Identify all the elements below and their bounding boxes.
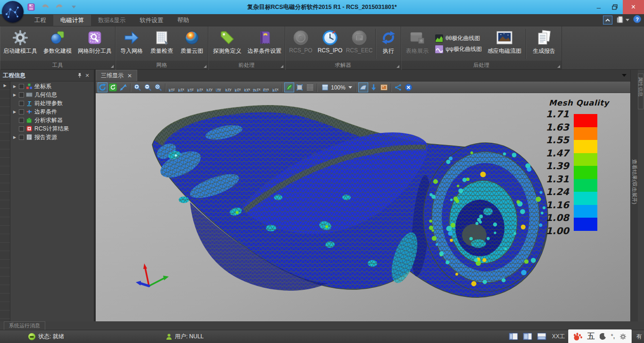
layout-bottom-icon[interactable] (536, 332, 547, 341)
refresh-view-button[interactable] (108, 82, 118, 92)
view-orientation-button-6[interactable]: xzy (224, 82, 233, 92)
pin-icon[interactable] (76, 72, 83, 79)
tree-item-report-res[interactable]: ▶报告资源 (10, 133, 94, 141)
zoom-level-select[interactable]: 100% (319, 83, 354, 91)
view-orientation-button-11[interactable]: yzx (271, 82, 280, 92)
shaded-view-button[interactable] (284, 82, 294, 92)
menu-tab-1[interactable]: 电磁计算 (53, 15, 91, 26)
dialog-launcher-icon[interactable] (557, 65, 560, 68)
tree-checkbox[interactable] (19, 109, 24, 114)
layout-left-icon[interactable] (508, 332, 519, 341)
clip-plane-button[interactable] (358, 82, 368, 92)
tree-checkbox[interactable] (19, 92, 24, 98)
view-orientation-button-5[interactable]: xy (215, 82, 223, 92)
ime-moon-icon[interactable] (600, 333, 606, 340)
boundary-condition-settings[interactable]: 边界条件设置 (245, 28, 284, 60)
viewport-3d[interactable]: Mesh Quality 1.711.631.551.471.391.311.2… (96, 94, 630, 321)
panel-close-icon[interactable]: ✕ (83, 72, 91, 79)
tree-checkbox[interactable] (19, 84, 24, 89)
ime-logo-icon[interactable] (573, 332, 583, 341)
zoom-fit-button[interactable] (153, 82, 163, 92)
probe-angle-define[interactable]: 探测角定义 (209, 28, 245, 60)
import-mesh[interactable]: 导入网格 (116, 28, 147, 60)
zoom-in-button[interactable] (132, 82, 142, 92)
expand-arrow-icon[interactable]: ▶ (12, 135, 17, 139)
view-orientation-button-9[interactable]: yvzx (252, 82, 261, 92)
ribbon-right-controls: ? (603, 15, 641, 25)
quality-contour[interactable]: 质量云图 (177, 28, 207, 60)
rotate-view-button[interactable] (98, 82, 107, 92)
restore-button[interactable] (607, 0, 623, 14)
pan-resize-button[interactable] (118, 82, 128, 92)
layout-left-wide-icon[interactable] (522, 332, 533, 341)
view-orientation-button-1[interactable]: yzx (177, 82, 186, 92)
menu-tab-2[interactable]: 数据&显示 (91, 15, 132, 26)
tree-checkbox[interactable] (19, 126, 24, 131)
tab-list-dropdown-icon[interactable] (622, 74, 627, 77)
dialog-launcher-icon[interactable] (281, 65, 283, 68)
view-orientation-button-4[interactable]: xzy (205, 82, 214, 92)
dialog-launcher-icon[interactable] (111, 65, 114, 68)
menu-tab-4[interactable]: 帮助 (170, 15, 196, 26)
help-icon[interactable]: ? (633, 15, 641, 25)
menu-tab-0[interactable]: 工程 (27, 15, 53, 26)
view-orientation-button-8[interactable]: zyx (243, 82, 252, 92)
ime-mode-label[interactable]: 五 (587, 332, 595, 342)
tree-checkbox[interactable] (19, 118, 24, 123)
clear-view-button[interactable] (404, 82, 413, 92)
ime-punctuation-icon[interactable]: °, (611, 333, 615, 340)
tree-item-coords[interactable]: ▶坐标系 (10, 82, 94, 90)
dialog-launcher-icon[interactable] (204, 65, 206, 68)
theta-polarization-curve[interactable]: θθ极化曲线图 (435, 34, 482, 42)
tree-item-boundary[interactable]: ▶边界条件 (10, 107, 94, 116)
view-orientation-button-3[interactable]: yzx (196, 82, 205, 92)
document-tab-strip: 三维显示 ✕ (96, 70, 630, 82)
points-view-button[interactable] (305, 82, 315, 92)
induced-current-map[interactable]: 感应电磁流图 (485, 28, 524, 60)
view-orientation-button-10[interactable]: zvx (262, 82, 271, 92)
execute-button[interactable]: 执行 (377, 28, 400, 60)
results-strip[interactable]: 查看结果(双击展开) (630, 70, 638, 321)
psi-polarization-curve[interactable]: ψψ极化曲线图 (435, 45, 482, 53)
expand-arrow-icon[interactable]: ▶ (12, 110, 17, 114)
gutter-cell (0, 226, 10, 234)
tree-item-preprocess[interactable]: T前处理参数 (10, 99, 94, 107)
tree-item-result[interactable]: RCS计算结果 (10, 124, 94, 133)
close-button[interactable]: × (623, 0, 644, 14)
app-logo-icon[interactable] (2, 1, 24, 23)
collapse-ribbon-button[interactable] (603, 16, 612, 24)
expand-arrow-icon[interactable]: ▶ (12, 93, 17, 97)
tab-property-info[interactable]: 属性信息 (638, 74, 644, 109)
gutter-cell (0, 302, 10, 310)
snapshot-button[interactable] (379, 82, 389, 92)
launch-modeling-tool[interactable]: 启动建模工具 (1, 28, 40, 60)
menu-tab-3[interactable]: 软件设置 (132, 15, 170, 26)
solver-rcs-ipo[interactable]: RCS_IPO (315, 28, 345, 60)
expand-arrow-icon[interactable]: ▶ (12, 84, 17, 89)
wireframe-view-button[interactable] (295, 82, 305, 92)
generate-report[interactable]: 生成报告 (528, 28, 561, 60)
tree-item-solver[interactable]: 分析求解器 (10, 116, 94, 124)
tree-checkbox[interactable] (19, 135, 24, 140)
zoom-out-button[interactable] (143, 82, 153, 92)
dialog-launcher-icon[interactable] (396, 65, 399, 68)
gutter-cell (0, 175, 10, 183)
share-view-button[interactable] (393, 82, 403, 92)
ime-settings-icon[interactable] (619, 333, 627, 340)
view-orientation-button-0[interactable]: yxz (167, 82, 176, 92)
view-orientation-button-2[interactable]: yxz (186, 82, 195, 92)
drop-view-button[interactable] (369, 82, 379, 92)
minimize-button[interactable]: – (591, 0, 607, 14)
system-message-tab[interactable]: 系统运行消息 (4, 321, 45, 330)
tree-checkbox[interactable] (19, 101, 24, 106)
tab-close-icon[interactable]: ✕ (127, 73, 132, 79)
report-res-icon (26, 134, 33, 140)
view-orientation-button-7[interactable]: yzx (233, 82, 242, 92)
print-preview-icon[interactable] (616, 16, 629, 24)
tree-item-geometry[interactable]: ▶几何信息 (10, 90, 94, 99)
parametric-modeling[interactable]: 参数化建模 (40, 28, 75, 60)
quality-check[interactable]: 质量检查 (147, 28, 177, 60)
meshing-tool[interactable]: 网格剖分工具 (75, 28, 114, 60)
chevron-right-icon[interactable]: ▶ (3, 83, 6, 88)
tab-3d-display[interactable]: 三维显示 ✕ (96, 70, 137, 81)
